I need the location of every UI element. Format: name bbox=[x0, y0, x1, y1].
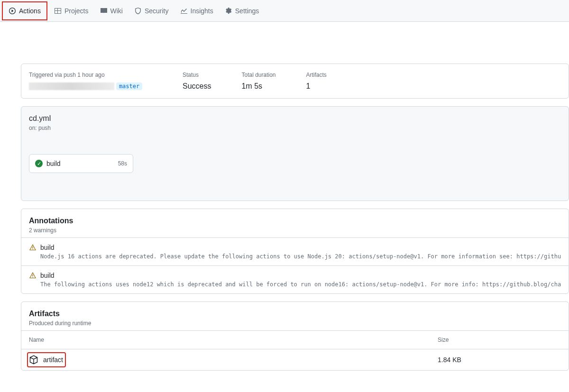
repo-nav: Actions Projects Wiki Security Insights … bbox=[0, 0, 569, 22]
artifacts-value[interactable]: 1 bbox=[306, 82, 327, 91]
summary-status: Status Success bbox=[183, 72, 211, 91]
graph-icon bbox=[180, 7, 188, 15]
artifacts-label: Artifacts bbox=[306, 72, 327, 78]
annotation-message: The following actions uses node12 which … bbox=[40, 281, 561, 288]
run-summary: Triggered via push 1 hour ago master Sta… bbox=[21, 64, 569, 99]
redacted-text bbox=[29, 82, 114, 90]
workflow-diagram: cd.yml on: push ✓ build 58s bbox=[21, 106, 569, 201]
shield-icon bbox=[134, 7, 142, 15]
annotation-job: build bbox=[40, 272, 55, 279]
tab-label: Security bbox=[145, 7, 169, 15]
tab-settings[interactable]: Settings bbox=[219, 0, 265, 21]
annotations-panel: Annotations 2 warnings build Node.js 16 … bbox=[21, 209, 569, 294]
summary-artifacts: Artifacts 1 bbox=[306, 72, 327, 91]
play-icon bbox=[9, 7, 16, 15]
duration-value[interactable]: 1m 5s bbox=[241, 82, 275, 91]
tab-projects[interactable]: Projects bbox=[48, 0, 94, 21]
annotations-subtitle: 2 warnings bbox=[29, 227, 561, 234]
artifacts-subtitle: Produced during runtime bbox=[29, 320, 561, 327]
tab-label: Projects bbox=[64, 7, 89, 15]
tab-security[interactable]: Security bbox=[128, 0, 174, 21]
check-circle-icon: ✓ bbox=[35, 160, 43, 167]
artifact-size: 1.84 KB bbox=[438, 356, 523, 364]
tab-wiki[interactable]: Wiki bbox=[94, 0, 128, 21]
warning-icon bbox=[29, 244, 37, 251]
trigger-detail: master bbox=[29, 82, 152, 90]
workflow-trigger: on: push bbox=[29, 125, 561, 131]
job-name: build bbox=[46, 160, 114, 167]
warning-icon bbox=[29, 272, 37, 279]
tab-label: Actions bbox=[19, 7, 41, 15]
book-icon bbox=[100, 7, 108, 15]
tab-label: Settings bbox=[235, 7, 259, 15]
artifacts-header: Artifacts Produced during runtime bbox=[21, 302, 569, 330]
artifact-highlight: artifact bbox=[27, 352, 66, 367]
status-value: Success bbox=[183, 82, 211, 91]
artifacts-title: Artifacts bbox=[29, 310, 561, 318]
tab-label: Wiki bbox=[110, 7, 123, 15]
artifacts-table-head: Name Size bbox=[21, 330, 569, 349]
artifact-row[interactable]: artifact 1.84 KB bbox=[21, 349, 569, 370]
summary-trigger: Triggered via push 1 hour ago master bbox=[29, 72, 152, 91]
package-icon bbox=[29, 355, 38, 365]
trigger-label: Triggered via push 1 hour ago bbox=[29, 72, 152, 78]
workflow-file[interactable]: cd.yml bbox=[29, 114, 561, 123]
table-icon bbox=[54, 7, 62, 15]
duration-label: Total duration bbox=[241, 72, 275, 78]
annotations-header: Annotations 2 warnings bbox=[21, 217, 569, 237]
artifacts-table: Name Size artifact 1.84 KB bbox=[21, 330, 569, 370]
job-duration: 58s bbox=[118, 160, 127, 167]
branch-badge[interactable]: master bbox=[116, 82, 142, 90]
artifacts-panel: Artifacts Produced during runtime Name S… bbox=[21, 301, 569, 371]
tab-label: Insights bbox=[191, 7, 213, 15]
column-size: Size bbox=[438, 337, 523, 343]
gear-icon bbox=[225, 7, 232, 15]
annotation-job: build bbox=[40, 244, 55, 251]
annotation-item[interactable]: build Node.js 16 actions are deprecated.… bbox=[21, 237, 569, 265]
summary-duration: Total duration 1m 5s bbox=[241, 72, 275, 91]
job-card-build[interactable]: ✓ build 58s bbox=[29, 154, 133, 173]
annotation-message: Node.js 16 actions are deprecated. Pleas… bbox=[40, 253, 561, 260]
column-name: Name bbox=[29, 337, 438, 343]
artifact-name: artifact bbox=[43, 356, 63, 364]
annotations-title: Annotations bbox=[29, 217, 561, 225]
annotation-item[interactable]: build The following actions uses node12 … bbox=[21, 265, 569, 293]
page-content: Triggered via push 1 hour ago master Sta… bbox=[0, 22, 569, 390]
tab-actions[interactable]: Actions bbox=[2, 1, 47, 20]
tab-insights[interactable]: Insights bbox=[174, 0, 219, 21]
status-label: Status bbox=[183, 72, 211, 78]
